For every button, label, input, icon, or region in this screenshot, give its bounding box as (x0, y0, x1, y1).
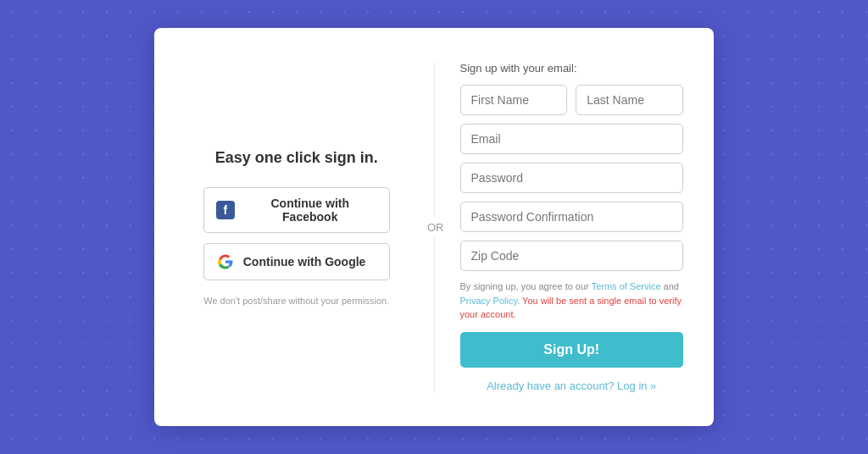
terms-link[interactable]: Terms of Service (592, 281, 661, 291)
google-btn-label: Continue with Google (243, 255, 366, 269)
facebook-icon: f (216, 201, 235, 219)
social-login-panel: Easy one click sign in. f Continue with … (185, 62, 435, 392)
social-heading: Easy one click sign in. (215, 149, 378, 167)
terms-prefix: By signing up, you agree to our (460, 281, 592, 291)
login-link[interactable]: Already have an account? Log in » (460, 379, 684, 392)
last-name-input[interactable] (576, 85, 683, 115)
name-row (460, 85, 684, 115)
first-name-input[interactable] (460, 85, 568, 115)
terms-text: By signing up, you agree to our Terms of… (460, 280, 684, 322)
signup-button[interactable]: Sign Up! (460, 332, 684, 368)
password-confirm-input[interactable] (460, 202, 684, 232)
privacy-link[interactable]: Privacy Policy (460, 296, 518, 306)
signup-label: Sign up with your email: (460, 62, 684, 75)
facebook-login-button[interactable]: f Continue with Facebook (203, 187, 390, 233)
permission-text: We don't post/share without your permiss… (203, 296, 389, 306)
or-divider: OR (426, 218, 446, 237)
google-login-button[interactable]: Continue with Google (203, 243, 390, 280)
google-icon (216, 252, 235, 271)
terms-and: and (661, 281, 679, 291)
email-input[interactable] (460, 124, 684, 154)
password-input[interactable] (460, 163, 684, 193)
email-signup-panel: Sign up with your email: By signing up, … (435, 62, 684, 392)
zip-code-input[interactable] (460, 241, 684, 271)
auth-card: Easy one click sign in. f Continue with … (154, 28, 714, 426)
facebook-btn-label: Continue with Facebook (243, 197, 377, 224)
